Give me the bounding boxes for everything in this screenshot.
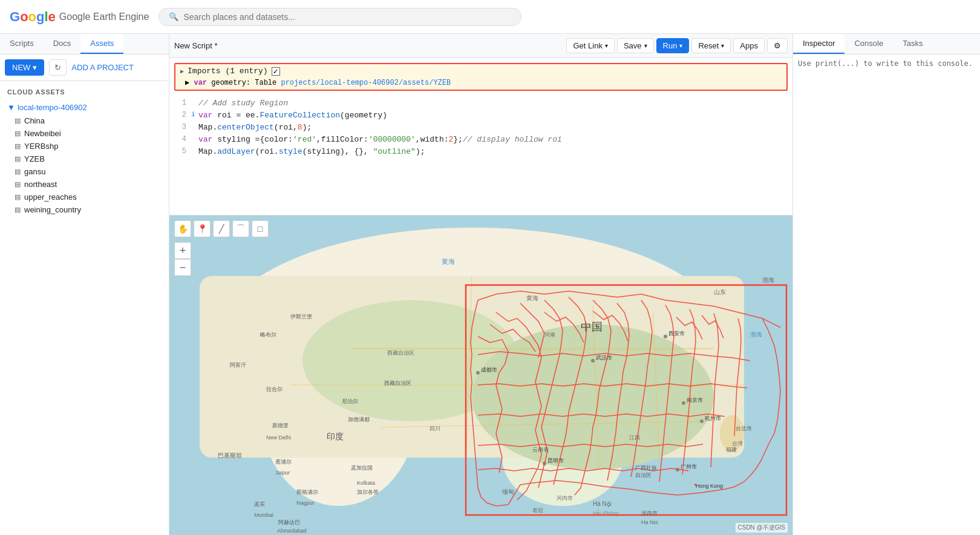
apps-button[interactable]: Apps xyxy=(733,38,765,53)
svg-text:广西壮族: 广西壮族 xyxy=(635,465,657,471)
svg-text:河南: 河南 xyxy=(544,332,555,338)
save-button[interactable]: Save ▾ xyxy=(617,38,654,53)
svg-text:中国: 中国 xyxy=(581,321,603,333)
line-tool[interactable]: ╱ xyxy=(213,220,230,237)
map-area[interactable]: ✋ 📍 ╱ ⌒ □ + − xyxy=(169,215,792,535)
svg-text:Kolkata: Kolkata xyxy=(357,480,375,486)
svg-text:Hà Nội: Hà Nội xyxy=(593,501,612,507)
svg-text:渤海: 渤海 xyxy=(750,331,762,338)
code-editor[interactable]: ▶ Imports (1 entry) ✓ ▶ var geometry: Ta… xyxy=(169,58,792,215)
add-project-button[interactable]: ADD A PROJECT xyxy=(71,63,134,72)
svg-text:Mumbai: Mumbai xyxy=(254,512,273,518)
svg-text:西藏自治区: 西藏自治区 xyxy=(384,380,411,386)
imports-checkbox[interactable]: ✓ xyxy=(272,67,280,76)
search-input[interactable] xyxy=(183,12,511,22)
hand-tool[interactable]: ✋ xyxy=(174,220,191,237)
tree-item-weining-country[interactable]: ▤ weining_country xyxy=(0,203,169,216)
tab-assets[interactable]: Assets xyxy=(80,34,123,54)
polygon-tool[interactable]: ⌒ xyxy=(232,220,249,237)
code-line-2: 2 i var roi = ee.FeatureCollection(geome… xyxy=(169,110,792,122)
script-title: New Script * xyxy=(174,41,564,50)
svg-text:巴基斯坦: 巴基斯坦 xyxy=(218,452,242,459)
zoom-out-button[interactable]: − xyxy=(174,259,191,276)
svg-text:Jaipur: Jaipur xyxy=(275,470,290,476)
svg-text:Hong Kong: Hong Kong xyxy=(696,483,723,489)
tree-item-northeast[interactable]: ▤ northeast xyxy=(0,178,169,191)
svg-text:印度: 印度 xyxy=(327,432,344,441)
asset-tree: CLOUD ASSETS ▼ local-tempo-406902 ▤ Chin… xyxy=(0,81,169,535)
svg-text:南京市: 南京市 xyxy=(687,397,703,403)
search-icon: 🔍 xyxy=(169,12,178,21)
settings-button[interactable]: ⚙ xyxy=(767,38,788,53)
table-icon: ▤ xyxy=(15,155,21,163)
tree-item-china[interactable]: ▤ China xyxy=(0,114,169,127)
table-icon: ▤ xyxy=(15,130,21,137)
save-arrow-icon: ▾ xyxy=(644,42,647,49)
svg-text:孟买: 孟买 xyxy=(254,501,265,507)
zoom-in-button[interactable]: + xyxy=(174,242,191,259)
svg-point-45 xyxy=(694,484,697,486)
search-bar[interactable]: 🔍 xyxy=(158,8,521,26)
imports-label: Imports (1 entry) xyxy=(188,67,268,76)
app-logo: Google Google Earth Engine xyxy=(10,9,149,25)
chevron-down-icon: ▼ xyxy=(7,103,15,112)
console-content: Use print(...) to write to this console. xyxy=(793,54,980,73)
svg-point-17 xyxy=(664,335,667,338)
tree-item-upper-reaches[interactable]: ▤ upper_reaches xyxy=(0,191,169,203)
svg-text:台湾: 台湾 xyxy=(732,441,743,447)
svg-text:阿赫达巴: 阿赫达巴 xyxy=(278,519,300,525)
svg-text:新德里: 新德里 xyxy=(272,422,289,428)
imports-section[interactable]: ▶ Imports (1 entry) ✓ ▶ var geometry: Ta… xyxy=(174,63,788,91)
tab-docs[interactable]: Docs xyxy=(44,34,81,54)
table-icon: ▤ xyxy=(15,193,21,201)
table-icon: ▤ xyxy=(15,117,21,125)
svg-text:伊斯兰堡: 伊斯兰堡 xyxy=(290,313,312,320)
tree-item-gansu[interactable]: ▤ gansu xyxy=(0,165,169,178)
svg-text:加尔各答: 加尔各答 xyxy=(357,489,379,495)
svg-text:Ha Noi: Ha Noi xyxy=(641,519,658,525)
svg-point-19 xyxy=(682,401,685,405)
square-tool[interactable]: □ xyxy=(252,220,269,237)
map-toolbar: ✋ 📍 ╱ ⌒ □ xyxy=(174,220,269,237)
tree-item-newbeibei[interactable]: ▤ Newbeibei xyxy=(0,127,169,140)
tab-console[interactable]: Console xyxy=(844,34,893,54)
left-actions: NEW ▾ ↻ ADD A PROJECT xyxy=(0,54,169,81)
run-button[interactable]: Run ▾ xyxy=(656,38,690,53)
pin-tool[interactable]: 📍 xyxy=(194,220,211,237)
svg-text:阿富汗: 阿富汗 xyxy=(230,362,246,368)
code-line-4: 4 var styling ={color:'red',fillColor:'0… xyxy=(169,134,792,146)
app-name-label: Google Earth Engine xyxy=(59,11,149,22)
refresh-button[interactable]: ↻ xyxy=(49,59,67,76)
new-button[interactable]: NEW ▾ xyxy=(5,59,44,76)
reset-button[interactable]: Reset ▾ xyxy=(691,38,731,53)
tab-scripts[interactable]: Scripts xyxy=(0,34,44,54)
reset-arrow-icon: ▾ xyxy=(721,42,724,49)
code-line-5: 5 Map.addLayer(roi.style(styling), {}, "… xyxy=(169,146,792,159)
asset-link[interactable]: projects/local-tempo-406902/assets/YZEB xyxy=(281,79,451,87)
svg-text:西藏自治区: 西藏自治区 xyxy=(387,350,414,356)
svg-text:老挝: 老挝 xyxy=(532,507,543,513)
get-link-button[interactable]: Get Link ▾ xyxy=(566,38,614,53)
table-icon: ▤ xyxy=(15,180,21,188)
tab-inspector[interactable]: Inspector xyxy=(793,34,844,54)
svg-text:江西: 江西 xyxy=(629,435,640,441)
tree-item-yerbshp[interactable]: ▤ YERBshp xyxy=(0,140,169,153)
tab-tasks[interactable]: Tasks xyxy=(893,34,932,54)
svg-text:那格浦尔: 那格浦尔 xyxy=(296,489,318,495)
tree-project[interactable]: ▼ local-tempo-406902 xyxy=(0,100,169,114)
tree-item-yzeb[interactable]: ▤ YZEB xyxy=(0,153,169,165)
table-icon: ▤ xyxy=(15,206,21,214)
svg-text:斋浦尔: 斋浦尔 xyxy=(275,459,292,465)
var-triangle-icon: ▶ xyxy=(185,79,189,87)
map-attribution: CSDN @不逆GIS xyxy=(736,523,788,533)
svg-text:自治区: 自治区 xyxy=(635,472,652,478)
right-tab-bar: Inspector Console Tasks xyxy=(793,34,980,54)
table-icon: ▤ xyxy=(15,142,21,150)
svg-text:黄海: 黄海 xyxy=(442,258,455,265)
svg-point-15 xyxy=(591,359,595,363)
svg-text:西安市: 西安市 xyxy=(668,330,685,336)
svg-text:河内市: 河内市 xyxy=(557,495,573,501)
svg-text:孟加拉国: 孟加拉国 xyxy=(351,465,373,471)
editor-toolbar: New Script * Get Link ▾ Save ▾ Run ▾ Res… xyxy=(169,34,792,58)
svg-text:加德满都: 加德满都 xyxy=(348,416,370,422)
